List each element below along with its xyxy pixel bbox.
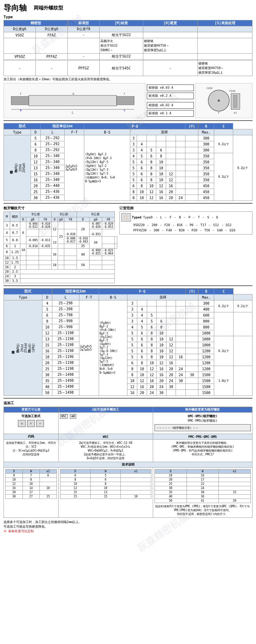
order-icon: 📋 bbox=[121, 213, 131, 222]
tolerance-precision1: 精密级 ⊘0.03 A bbox=[147, 84, 194, 91]
precision-type-label: 精密型(D公差g6)VSOZVPSOZ bbox=[4, 135, 31, 201]
footer-note3: ※ 标标长度可以定制 bbox=[4, 529, 252, 534]
option-h3: 将外螺纹变更为细牙螺纹 bbox=[153, 407, 252, 413]
table-row: 161410 bbox=[6, 486, 57, 490]
spec-table1-section: 型式 指定单位1mm P·Q (Y) R C Type D L F·T B·S … bbox=[4, 123, 252, 201]
svg-rect-27 bbox=[234, 95, 237, 108]
spec2-title1: 型式 bbox=[4, 289, 52, 294]
table-row: VPSOZPFFAZ－ 相当于SUJ2 bbox=[4, 54, 252, 60]
vsoz-label: VSOZ bbox=[4, 32, 36, 38]
tt2-e1: e1 bbox=[121, 469, 151, 474]
spec2-bs: B·S bbox=[99, 294, 127, 300]
option-table: 变更尺寸公差 2处可选择手槽加工 将外螺纹变更为细牙螺纹 可选加工形式 ◫ ⊏ … bbox=[4, 407, 252, 518]
spec-table1-title-col1: 型式 bbox=[4, 123, 41, 129]
tt3-e1: e1 bbox=[218, 469, 250, 474]
spec2-c1: 0.2以下 bbox=[233, 300, 252, 312]
thread-order-section: 粗牙螺纹尺寸 M 螺距 D公差 D公差 D公差 D g6 f8 D bbox=[4, 206, 252, 283]
tolerance-standard1: 标准级 ⊘0.2 A bbox=[147, 93, 194, 99]
table-row: 303.5 bbox=[4, 279, 117, 283]
order-row2: PFFAZ30 － 300 － F40 － B30 － P20 － T50 － … bbox=[133, 228, 251, 233]
svg-point-25 bbox=[218, 100, 220, 102]
tech-header-row: 技术说明 bbox=[4, 462, 252, 468]
spec2-d: D bbox=[42, 294, 52, 300]
f8-col-h: f8 bbox=[39, 217, 52, 222]
spec2-max: Max. bbox=[198, 294, 214, 300]
tt2-w: W bbox=[91, 469, 121, 474]
spec2-c4 bbox=[233, 366, 252, 396]
order-field-s: S － bbox=[207, 215, 214, 220]
table-row: 3024 bbox=[155, 486, 250, 490]
tt1-d: D bbox=[6, 469, 23, 474]
wsc-icon: WSC bbox=[60, 414, 68, 419]
option-h2: 2处可选择手槽加工 bbox=[58, 407, 153, 413]
table-row: 标准型(D公差g6)FFAZPFFGZ(D公差f8)(D≧6) 425～298 … bbox=[4, 300, 252, 306]
bs-rule: (P≦6时) B≦F-2(P=8-10时) B≦F-3(P≧12时) B≦F-5… bbox=[84, 135, 130, 201]
spec-table1-title-y: (Y) bbox=[185, 123, 198, 129]
svg-text:L: L bbox=[72, 111, 74, 114]
cross-section-diagram: CS2U CS2U F e1 bbox=[195, 83, 252, 118]
wsc-code-cell: WSC bbox=[58, 434, 153, 440]
form-icon1: ◫ bbox=[18, 420, 26, 427]
d-col: D bbox=[31, 129, 41, 135]
type-material-table-section: Type 精密型 标准型 [M]材质 [H]硬度 [S]表面处理 D公差g6 D… bbox=[4, 15, 252, 82]
spec2-select: 选择 bbox=[127, 294, 198, 300]
page-main-title: 导向轴 bbox=[4, 3, 27, 13]
spec-table2-section: 型式 指定单位1mm P·Q (Y) R C Type D L F·T B·S … bbox=[4, 288, 252, 396]
fine-thread-col: QMC·QMS(细牙螺纹) PMC·PMS(细牙螺纹) ～～～～～（细牙螺纹示意… bbox=[153, 413, 252, 434]
code-label-cell: 代码 bbox=[4, 434, 59, 440]
order-field-f: F － bbox=[170, 215, 177, 220]
precision-header: 精密型 bbox=[4, 20, 68, 26]
tech-table3: D W e1 1816 2017 2522 3024 353015 bbox=[155, 469, 251, 503]
form-icon3: ▭ bbox=[36, 420, 44, 427]
table-row: 1513 bbox=[60, 490, 151, 495]
tech-title: 技术说明 bbox=[4, 462, 252, 468]
type-material-table: 精密型 标准型 [M]材质 [H]硬度 [S]表面处理 D公差g6 D公差g6 … bbox=[4, 20, 252, 76]
tech-table-row: D W e1 878 108 1210 161410 2017 bbox=[4, 468, 252, 518]
bs-col: B·S bbox=[84, 129, 130, 135]
ft-col: F·T bbox=[65, 129, 84, 135]
order-field-p: P － bbox=[189, 215, 196, 220]
typed-label: Typed bbox=[132, 216, 142, 219]
d-g6-header2: D公差g6 bbox=[36, 26, 68, 32]
spec2-ft-rule: 2≦F≦Px52≦T≦Qx5 bbox=[79, 300, 99, 396]
spec2-c3 bbox=[233, 336, 252, 366]
table-row: VSOZ FFAZ － 相当于SUJ2 bbox=[4, 32, 252, 38]
m-header: M bbox=[4, 212, 10, 222]
table-row: 108 bbox=[60, 482, 151, 486]
wsc-desc: 2处可选手槽加工。书写方式：WSC:12-X8 WSC.X=指定单位1mm；WS… bbox=[58, 440, 153, 462]
spec2-r2 bbox=[214, 312, 233, 336]
sc-desc: 追加扳手槽加工。书写单位1mm。书写方式：SC5 注：SC+e1≦L或SC=0或… bbox=[4, 440, 59, 462]
tolerance-section: 精密级 ⊘0.03 A 标准级 ⊘0.2 A 精密级 ⊘0.02 A 标准级 ⊘… bbox=[147, 84, 194, 117]
order-row1: VSOZ20 － 200 － F28 － B16 － P6 － T17 － S1… bbox=[133, 223, 251, 228]
order-field-l: － L － bbox=[155, 215, 167, 220]
typed-separator: TypeD bbox=[143, 216, 153, 219]
pmc-desc: 将外螺纹部分变更为下表所示的细牙螺纹。 (PMC·QMC：和轴承槽相对的细牙螺纹… bbox=[153, 440, 252, 462]
spec2-r4: 1.0以下 bbox=[214, 366, 233, 396]
select-col: 选择 bbox=[130, 129, 198, 135]
pmc-note: 指定时请将P尺寸变更为PMC (PMS)，将Q尺寸变更为QMC (QMS)。P尺… bbox=[155, 504, 251, 516]
d-g6-f8-header3: D公差 bbox=[77, 212, 114, 217]
g6-col-h2: g6 bbox=[58, 217, 64, 222]
table-row: 1210 bbox=[6, 482, 57, 486]
form-icon2: ⊏ bbox=[27, 420, 35, 427]
spec2-c2 bbox=[233, 312, 252, 336]
tt2-d: D bbox=[60, 469, 90, 474]
additional-title: 追加工 bbox=[4, 401, 252, 406]
table-row: 2017 bbox=[155, 478, 250, 482]
spec2-type: Type bbox=[4, 294, 42, 300]
spec-table1-title-col2: 指定单位1mm bbox=[40, 123, 84, 129]
option-form-label: 可选加工形式 bbox=[5, 414, 57, 419]
table-row: 878 bbox=[6, 474, 57, 478]
svg-text:F: F bbox=[20, 93, 21, 95]
svg-text:e1: e1 bbox=[234, 111, 236, 114]
qmc-label: QMC·QMS(细牙螺纹) bbox=[155, 414, 251, 419]
d-col-h3: D bbox=[77, 217, 89, 222]
tech-diagram-section: L F T D B S 精密级 ⊘0.03 A 标准级 ⊘0.2 A 精密级 ⊘… bbox=[4, 83, 252, 118]
spec2-r1: 0.2以下 bbox=[214, 300, 233, 312]
standard-type-label: 标准型(D公差g6)FFAZPFFGZ(D公差f8)(D≧6) bbox=[4, 300, 42, 396]
table-row: 86 bbox=[60, 478, 151, 482]
table-row: 162 bbox=[4, 265, 117, 270]
f8-col-h3: f8 bbox=[102, 217, 114, 222]
table-row: －－PFFGZ 相当于S45C－ 镀硬铬镀层硬度HV750～镀层厚度10μ以上 bbox=[4, 61, 252, 76]
table-row: 可选加工形式 ◫ ⊏ ▭ WSC ⊞W bbox=[4, 413, 252, 434]
